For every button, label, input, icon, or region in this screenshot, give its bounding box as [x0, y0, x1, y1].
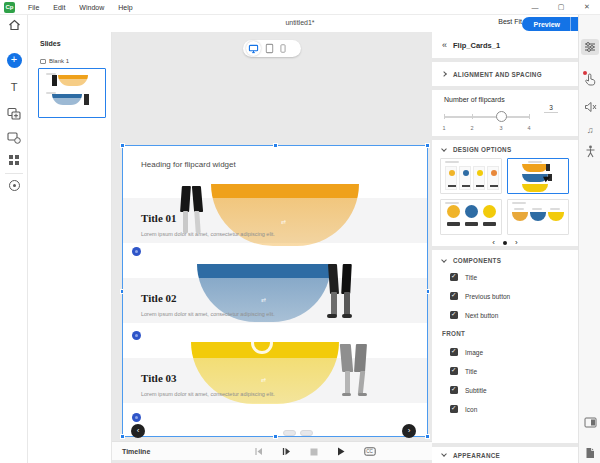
checkbox-front-title[interactable]: Title: [450, 367, 568, 375]
menu-window[interactable]: Window: [72, 4, 111, 11]
selected-object-name: Flip_Cards_1: [453, 41, 500, 50]
checkbox-checked-icon[interactable]: [450, 367, 458, 375]
previous-button[interactable]: ‹: [131, 424, 145, 438]
thumb-legs-image: [84, 94, 89, 105]
checkbox-checked-icon[interactable]: [450, 348, 458, 356]
selection-handle[interactable]: [425, 434, 430, 439]
checkbox-subtitle[interactable]: Subtitle: [450, 386, 568, 394]
flipcard-title-3[interactable]: Title 03: [141, 372, 177, 384]
flipcards-value-field[interactable]: 3: [544, 104, 558, 113]
flipcard-title-1[interactable]: Title 01: [141, 212, 177, 224]
pager-prev-icon[interactable]: ‹: [492, 240, 495, 246]
design-options-grid: [440, 158, 570, 235]
minimize-icon[interactable]: —: [522, 0, 548, 14]
closed-captions-icon[interactable]: CC: [364, 442, 376, 460]
checkbox-checked-icon[interactable]: [450, 386, 458, 394]
widgets-tool-icon[interactable]: [0, 154, 28, 166]
design-option-4[interactable]: [507, 199, 569, 235]
chevron-down-icon: [441, 451, 447, 457]
flipcard-icon-badge-1[interactable]: [132, 247, 141, 256]
slide-icon: [40, 59, 46, 64]
add-button[interactable]: +: [0, 53, 28, 68]
menu-help[interactable]: Help: [111, 4, 139, 11]
properties-panel: « Flip_Cards_1 ALIGNMENT AND SPACING Num…: [432, 32, 578, 463]
app-window: Cp File Edit Window Help — ▢ ✕ untitled1…: [0, 0, 600, 463]
canvas-area: Heading for flipcard widget ⇄ Title 01 L…: [112, 32, 432, 463]
stop-icon[interactable]: [310, 442, 318, 460]
slider-handle[interactable]: [496, 111, 507, 122]
pager-pill[interactable]: [300, 430, 313, 436]
step-forward-icon[interactable]: [282, 442, 291, 460]
menu-edit[interactable]: Edit: [46, 4, 72, 11]
pager-next-icon[interactable]: ›: [515, 240, 518, 246]
record-tool-icon[interactable]: [0, 180, 28, 191]
maximize-icon[interactable]: ▢: [548, 0, 574, 14]
section-flipcard-count: Number of flipcards 1 2 3 4 3: [432, 90, 578, 136]
timeline-label: Timeline: [122, 448, 150, 455]
flip-icon: ⇄: [261, 376, 266, 383]
design-option-2-selected[interactable]: [507, 158, 569, 194]
next-button[interactable]: ›: [402, 424, 416, 438]
flipcard-title-2[interactable]: Title 02: [141, 292, 177, 304]
design-option-3[interactable]: [440, 199, 502, 235]
accessibility-panel-icon[interactable]: [579, 145, 600, 158]
flipcard-icon-badge-2[interactable]: [132, 331, 141, 340]
components-header[interactable]: COMPONENTS: [442, 257, 568, 273]
tablet-preview-icon[interactable]: [264, 40, 275, 58]
audio-muted-panel-icon[interactable]: [579, 101, 600, 113]
interactivity-panel-icon[interactable]: [579, 73, 600, 86]
selection-handle[interactable]: [120, 143, 125, 148]
slider-track[interactable]: [444, 116, 530, 118]
checkbox-checked-icon[interactable]: [450, 292, 458, 300]
flipcard-icon-badge-3[interactable]: [132, 413, 141, 422]
music-panel-icon[interactable]: ♫: [579, 125, 600, 135]
checkbox-previous-button[interactable]: Previous button: [450, 292, 568, 300]
layout-panel-icon[interactable]: [579, 417, 600, 428]
mobile-preview-icon[interactable]: [278, 40, 288, 58]
svg-text:CC: CC: [366, 449, 373, 454]
pager-dot[interactable]: [503, 241, 507, 245]
desktop-preview-icon[interactable]: [246, 41, 261, 56]
selection-handle[interactable]: [425, 143, 430, 148]
play-icon[interactable]: [337, 442, 345, 460]
timeline-bar: Timeline CC: [112, 441, 432, 460]
notes-panel-icon[interactable]: [579, 447, 600, 459]
slide-canvas[interactable]: Heading for flipcard widget ⇄ Title 01 L…: [122, 145, 428, 437]
flipcards-slider[interactable]: 1 2 3 4: [444, 111, 530, 123]
front-group-label: FRONT: [442, 330, 568, 337]
section-alignment-spacing[interactable]: ALIGNMENT AND SPACING: [432, 62, 578, 86]
collapse-panel-icon[interactable]: «: [442, 40, 447, 50]
widget-heading[interactable]: Heading for flipcard widget: [141, 160, 236, 169]
section-appearance[interactable]: APPEARANCE: [432, 447, 578, 463]
checkbox-checked-icon[interactable]: [450, 273, 458, 281]
checkbox-checked-icon[interactable]: [450, 405, 458, 413]
selection-handle[interactable]: [120, 434, 125, 439]
checkbox-checked-icon[interactable]: [450, 311, 458, 319]
menu-file[interactable]: File: [21, 4, 46, 11]
right-icon-rail: ♫: [578, 15, 600, 463]
interactions-tool-icon[interactable]: [0, 131, 28, 144]
properties-panel-icon[interactable]: [579, 39, 600, 55]
design-option-1[interactable]: [440, 158, 502, 194]
close-icon[interactable]: ✕: [574, 0, 600, 14]
selection-handle[interactable]: [273, 434, 278, 439]
text-tool-button[interactable]: T: [0, 81, 28, 93]
media-tool-icon[interactable]: [0, 107, 28, 120]
design-options-header[interactable]: DESIGN OPTIONS: [440, 146, 570, 153]
slide-list-item[interactable]: Blank 1: [40, 58, 69, 64]
pager-pill[interactable]: [283, 430, 296, 436]
checkbox-image[interactable]: Image: [450, 348, 568, 356]
slide-thumbnail[interactable]: [38, 68, 106, 118]
checkbox-title[interactable]: Title: [450, 273, 568, 281]
checkbox-next-button[interactable]: Next button: [450, 311, 568, 319]
step-back-icon[interactable]: [254, 442, 263, 460]
checkbox-icon-component[interactable]: Icon: [450, 405, 568, 413]
selection-handle[interactable]: [273, 143, 278, 148]
flipcard-subtitle-3[interactable]: Lorem ipsum dolor sit amet, consectetur …: [141, 391, 275, 397]
home-icon[interactable]: [0, 19, 28, 31]
preview-button[interactable]: Preview: [522, 17, 570, 31]
flipcard-subtitle-2[interactable]: Lorem ipsum dolor sit amet, consectetur …: [141, 311, 275, 317]
flipcard-subtitle-1[interactable]: Lorem ipsum dolor sit amet, consectetur …: [141, 231, 275, 237]
notification-dot: [583, 71, 587, 75]
ring-decoration: [251, 332, 273, 354]
